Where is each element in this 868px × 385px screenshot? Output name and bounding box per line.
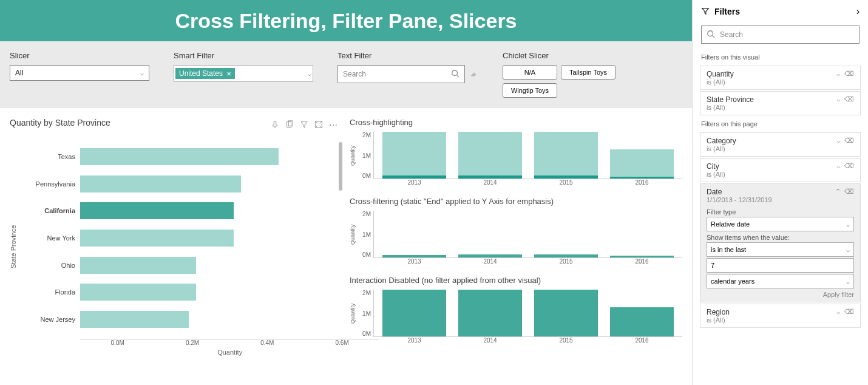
mini-title: Cross-highlighting (350, 118, 682, 127)
hbar-row[interactable]: California (19, 202, 379, 220)
hbar-bar[interactable] (80, 175, 241, 192)
x-tick: 0.4M (230, 339, 305, 346)
col-bar[interactable] (610, 149, 674, 179)
clear-filter-icon[interactable]: ⌫ (844, 137, 854, 145)
filter-card-date[interactable]: Date 1/1/2013 - 12/31/2019 ⌃ ⌫ Filter ty… (700, 183, 861, 302)
col-ylabel: Quantity (350, 211, 357, 258)
relative-num-input[interactable] (707, 258, 854, 273)
hbar-row[interactable]: Texas (19, 148, 379, 166)
no-interaction-visual[interactable]: Interaction Disabled (no filter applied … (350, 276, 682, 344)
col-bar[interactable] (458, 254, 522, 257)
col-bar-wrap[interactable] (382, 290, 446, 336)
filter-type-select[interactable]: Relative date ⌵ (707, 217, 854, 231)
visual-scrollbar[interactable] (339, 142, 342, 191)
text-filter-input[interactable]: Search (337, 65, 465, 83)
hbar-row[interactable]: Ohio (19, 256, 379, 274)
col-bar-wrap[interactable] (458, 132, 522, 179)
col-bar[interactable] (534, 290, 598, 336)
col-bar[interactable] (458, 290, 522, 336)
slicer-dropdown[interactable]: All ⌵ (10, 65, 149, 81)
focus-icon[interactable] (314, 120, 323, 131)
hbar-row[interactable]: New York (19, 229, 379, 247)
clear-filter-icon[interactable]: ⌫ (844, 162, 854, 170)
close-icon[interactable]: ✕ (226, 70, 231, 77)
col-bar[interactable] (382, 290, 446, 336)
col-bar[interactable] (382, 132, 446, 179)
chip-text: United States (179, 69, 223, 78)
smart-filter-group: Smart Filter United States ✕ ⌵ (174, 51, 313, 98)
col-bar[interactable] (534, 132, 598, 179)
col-bar-wrap[interactable] (458, 211, 522, 257)
col-bar-wrap[interactable] (610, 290, 674, 336)
hbar-bar[interactable] (80, 257, 196, 274)
chevron-down-icon[interactable]: ⌵ (836, 70, 841, 78)
clear-filter-icon[interactable]: ⌫ (844, 188, 854, 203)
chevron-down-icon[interactable]: ⌵ (836, 162, 841, 170)
hbar-category-label: Texas (19, 153, 80, 160)
more-icon[interactable]: ⋯ (329, 120, 337, 131)
filter-icon[interactable] (300, 120, 308, 131)
col-bar-wrap[interactable] (382, 211, 446, 257)
cross-highlight-visual[interactable]: Cross-highlighting Quantity 2M1M0M 20132… (350, 118, 682, 186)
filter-card-title: Quantity (707, 70, 734, 78)
col-bar-wrap[interactable] (534, 290, 598, 336)
clear-filter-icon[interactable]: ⌫ (844, 308, 854, 316)
col-bar-wrap[interactable] (534, 211, 598, 257)
hbar-row[interactable]: New Jersey (19, 310, 379, 329)
chevron-down-icon[interactable]: ⌵ (836, 95, 841, 103)
smart-filter-label: Smart Filter (174, 51, 313, 60)
chevron-down-icon[interactable]: ⌵ (308, 70, 311, 77)
hbar-row[interactable]: Pennsylvania (19, 175, 379, 193)
hbar-bar[interactable] (80, 230, 234, 247)
hbar-bar[interactable] (80, 148, 279, 165)
pin-icon[interactable] (271, 120, 279, 131)
apply-filter-button[interactable]: Apply filter (707, 291, 854, 298)
relative-unit-select[interactable]: calendar years ⌵ (707, 274, 854, 288)
search-icon[interactable] (451, 69, 459, 80)
filter-card[interactable]: State Provinceis (All)⌵⌫ (700, 91, 861, 115)
hbar-bar[interactable] (80, 311, 189, 328)
smart-filter-chip[interactable]: United States ✕ (175, 68, 235, 79)
hbar-category-label: New Jersey (19, 316, 80, 323)
collapse-icon[interactable]: › (856, 6, 860, 17)
mini-title: Cross-filtering (static "End" applied to… (350, 197, 682, 206)
cross-filter-visual[interactable]: Cross-filtering (static "End" applied to… (350, 197, 682, 265)
filter-card-sub: 1/1/2013 - 12/31/2019 (707, 196, 772, 203)
col-bar-wrap[interactable] (382, 132, 446, 179)
clear-filter-icon[interactable]: ⌫ (844, 95, 854, 103)
chevron-down-icon[interactable]: ⌵ (836, 137, 841, 145)
filter-card-region[interactable]: Region is (All) ⌵ ⌫ (700, 304, 861, 328)
chiclet-item[interactable]: Wingtip Toys (503, 83, 557, 98)
col-bar-wrap[interactable] (610, 211, 674, 257)
hbar-row[interactable]: Florida (19, 283, 379, 301)
x-tick: 2014 (458, 337, 522, 344)
filter-card[interactable]: Cityis (All)⌵⌫ (700, 158, 861, 182)
chiclet-item[interactable]: N/A (503, 65, 557, 80)
chevron-down-icon: ⌵ (140, 70, 144, 77)
smart-filter-input[interactable]: United States ✕ ⌵ (174, 65, 313, 82)
filter-card[interactable]: Categoryis (All)⌵⌫ (700, 132, 861, 157)
col-bar-wrap[interactable] (458, 290, 522, 336)
col-bar[interactable] (610, 256, 674, 257)
copy-icon[interactable] (285, 120, 294, 131)
col-bar-wrap[interactable] (610, 132, 674, 179)
filter-type-label: Filter type (707, 208, 854, 216)
filter-search-input[interactable]: Search (701, 26, 860, 44)
hbar-visual[interactable]: Quantity by State Province ⋯ State Provi… (10, 118, 337, 375)
filter-card[interactable]: Quantityis (All)⌵⌫ (700, 66, 861, 90)
eraser-icon[interactable] (470, 69, 478, 80)
chiclet-item[interactable]: Tailspin Toys (561, 65, 615, 80)
hbar-bar[interactable] (80, 202, 234, 219)
chevron-down-icon: ⌵ (846, 247, 850, 253)
chevron-down-icon: ⌵ (846, 278, 850, 285)
hbar-bar[interactable] (80, 284, 196, 301)
col-bar-wrap[interactable] (534, 132, 598, 179)
col-bar[interactable] (458, 132, 522, 179)
relative-op-select[interactable]: is in the last ⌵ (707, 242, 854, 257)
clear-filter-icon[interactable]: ⌫ (844, 70, 854, 78)
chevron-down-icon[interactable]: ⌵ (836, 308, 841, 316)
chevron-up-icon[interactable]: ⌃ (835, 188, 841, 203)
col-bar[interactable] (382, 255, 446, 257)
col-bar[interactable] (534, 254, 598, 257)
col-bar[interactable] (610, 307, 674, 336)
